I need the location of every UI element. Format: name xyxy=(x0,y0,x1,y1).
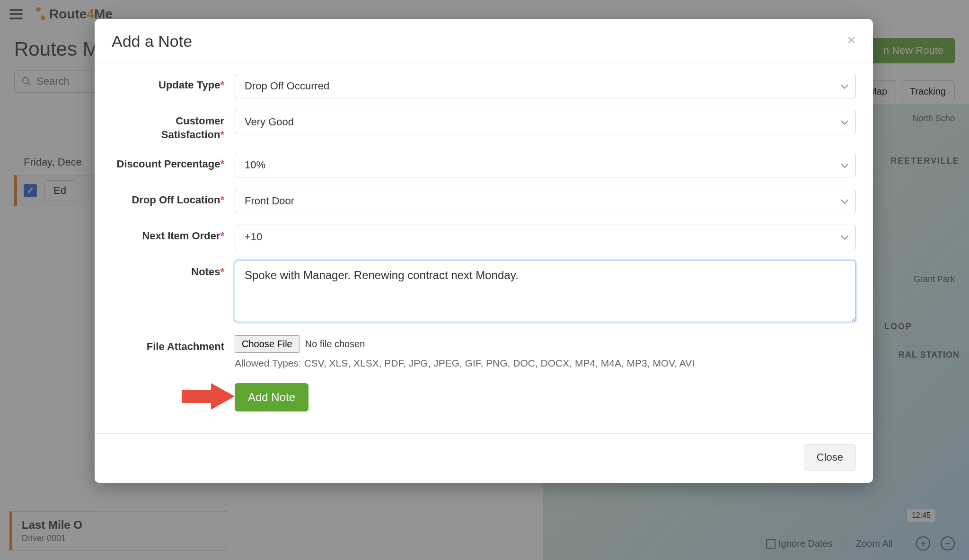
next-item-order-select[interactable]: +10 xyxy=(235,225,856,249)
customer-satisfaction-select[interactable]: Very Good xyxy=(235,110,856,134)
label-update-type: Update Type* xyxy=(112,74,235,92)
svg-marker-3 xyxy=(182,383,235,410)
add-note-button[interactable]: Add Note xyxy=(235,383,308,411)
label-file-attachment: File Attachment xyxy=(112,335,235,354)
modal-body: Update Type* Drop Off Occurred Customer … xyxy=(95,62,873,433)
modal-header: Add a Note × xyxy=(95,19,873,62)
close-button[interactable]: Close xyxy=(804,444,856,471)
discount-percentage-select[interactable]: 10% xyxy=(235,153,856,177)
arrow-annotation-icon xyxy=(182,383,235,411)
modal-footer: Close xyxy=(95,433,873,483)
update-type-select[interactable]: Drop Off Occurred xyxy=(235,74,856,98)
modal-title: Add a Note xyxy=(112,32,192,51)
label-drop-off-location: Drop Off Location* xyxy=(112,189,235,207)
add-note-modal: Add a Note × Update Type* Drop Off Occur… xyxy=(95,19,873,483)
label-notes: Notes* xyxy=(112,261,235,279)
label-next-item-order: Next Item Order* xyxy=(112,225,235,243)
label-customer-satisfaction: Customer Satisfaction* xyxy=(112,110,235,141)
allowed-types-hint: Allowed Types: CSV, XLS, XLSX, PDF, JPG,… xyxy=(235,358,856,369)
choose-file-button[interactable]: Choose File xyxy=(235,335,300,353)
notes-textarea[interactable] xyxy=(235,261,856,322)
file-status: No file chosen xyxy=(305,339,365,350)
close-icon[interactable]: × xyxy=(847,32,856,47)
drop-off-location-select[interactable]: Front Door xyxy=(235,189,856,213)
label-discount-percentage: Discount Percentage* xyxy=(112,153,235,171)
